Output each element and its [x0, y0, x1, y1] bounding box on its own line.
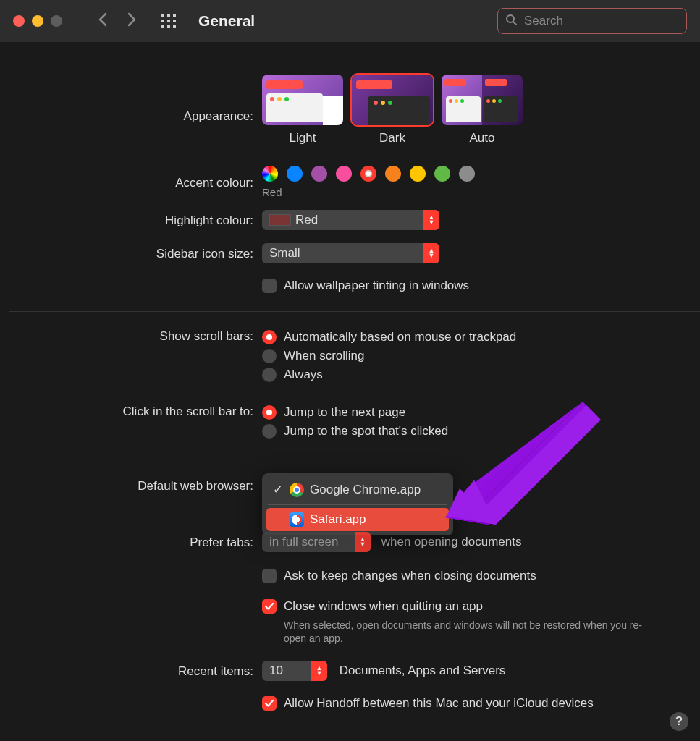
scroll-click-radio-0[interactable] — [262, 405, 277, 420]
browser-menu-item-label: Google Chrome.app — [310, 483, 421, 497]
minimize-button[interactable] — [32, 15, 43, 27]
search-icon — [505, 14, 517, 29]
svg-line-10 — [513, 22, 516, 25]
appearance-light-thumb[interactable] — [262, 75, 343, 125]
highlight-label: Highlight colour: — [0, 212, 262, 228]
scrollbars-label: Show scroll bars: — [0, 328, 262, 344]
search-input[interactable] — [523, 13, 679, 29]
divider — [9, 311, 700, 312]
browser-menu-item-chrome[interactable]: ✓Google Chrome.app — [266, 478, 449, 501]
wallpaper-tint-checkbox[interactable] — [262, 279, 277, 293]
handoff-checkbox[interactable] — [262, 696, 277, 711]
sidebar-icon-value: Small — [262, 246, 308, 261]
ask-keep-checkbox[interactable] — [262, 569, 277, 583]
handoff-label: Allow Handoff between this Mac and your … — [284, 696, 594, 711]
accent-swatch-pink[interactable] — [336, 166, 352, 182]
svg-rect-3 — [161, 20, 164, 22]
close-button[interactable] — [13, 15, 25, 27]
accent-swatch-red[interactable] — [360, 166, 376, 182]
scroll-click-radio-label: Jump to the spot that's clicked — [284, 424, 448, 439]
window-title: General — [198, 12, 255, 30]
accent-label: Accent colour: — [0, 174, 262, 190]
scrollbars-radio-label: Always — [284, 368, 323, 382]
scrollbars-radio-2[interactable] — [262, 368, 277, 382]
appearance-auto-thumb[interactable] — [442, 75, 523, 125]
accent-swatch-graphite[interactable] — [459, 166, 475, 182]
recent-items-value: 10 — [262, 664, 290, 678]
highlight-chip-icon — [269, 214, 291, 226]
scroll-click-label: Click in the scroll bar to: — [0, 403, 262, 419]
highlight-value: Red — [295, 213, 318, 227]
scroll-click-radio-1[interactable] — [262, 424, 277, 439]
prefer-tabs-value: in full screen — [262, 535, 345, 549]
back-button[interactable] — [98, 12, 107, 30]
checkmark-icon: ✓ — [272, 482, 284, 497]
recent-items-suffix: Documents, Apps and Servers — [340, 664, 506, 677]
svg-rect-2 — [173, 14, 176, 17]
scroll-click-radio-label: Jump to the next page — [284, 405, 405, 420]
accent-swatch-blue[interactable] — [287, 166, 303, 182]
default-browser-label: Default web browser: — [0, 473, 262, 494]
chevrons-icon: ▲▼ — [423, 243, 439, 263]
divider — [9, 457, 700, 457]
recent-items-select[interactable]: 10 ▲▼ — [262, 661, 327, 681]
safari-icon — [290, 512, 304, 527]
appearance-options: Light Dark Auto — [262, 75, 686, 145]
scrollbars-radio-label: Automatically based on mouse or trackpad — [284, 330, 516, 344]
appearance-label: Appearance: — [0, 75, 262, 124]
menu-separator — [268, 504, 447, 505]
show-all-button[interactable] — [161, 13, 177, 29]
appearance-light-label: Light — [290, 131, 316, 145]
appearance-dark-label: Dark — [379, 131, 405, 145]
nav-arrows — [98, 12, 136, 30]
svg-rect-1 — [167, 14, 170, 17]
close-windows-help: When selected, open documents and window… — [284, 619, 660, 645]
recent-label: Recent items: — [0, 663, 262, 679]
accent-swatches — [262, 166, 686, 182]
scrollbars-radio-0[interactable] — [262, 330, 277, 344]
help-button[interactable]: ? — [670, 712, 688, 731]
chevrons-icon: ▲▼ — [311, 661, 327, 681]
appearance-auto-label: Auto — [470, 131, 495, 145]
content: Appearance: Light Dark — [0, 43, 700, 716]
scrollbars-radio-label: When scrolling — [284, 349, 365, 363]
accent-swatch-yellow[interactable] — [410, 166, 426, 182]
svg-rect-7 — [167, 25, 170, 28]
accent-swatch-purple[interactable] — [311, 166, 327, 182]
close-windows-checkbox[interactable] — [262, 599, 277, 614]
close-windows-label: Close windows when quitting an app — [284, 599, 483, 614]
default-browser-menu[interactable]: ✓Google Chrome.appSafari.app — [262, 473, 453, 535]
svg-rect-5 — [173, 20, 176, 22]
prefer-tabs-select[interactable]: in full screen ▲▼ — [262, 532, 371, 552]
zoom-button[interactable] — [51, 15, 62, 27]
chrome-icon — [290, 483, 304, 497]
chevrons-icon: ▲▼ — [423, 210, 439, 230]
titlebar: General — [0, 0, 700, 43]
accent-swatch-multicolor[interactable] — [262, 166, 278, 182]
search-field-wrap[interactable] — [497, 8, 687, 34]
highlight-select[interactable]: Red ▲▼ — [262, 210, 439, 230]
ask-keep-label: Ask to keep changes when closing documen… — [284, 569, 536, 583]
accent-swatch-green[interactable] — [434, 166, 450, 182]
traffic-lights — [13, 15, 62, 27]
sidebar-icon-label: Sidebar icon size: — [0, 245, 262, 261]
appearance-dark-thumb[interactable] — [352, 75, 433, 125]
scrollbars-radio-1[interactable] — [262, 349, 277, 363]
svg-rect-8 — [173, 25, 176, 28]
chevrons-icon: ▲▼ — [355, 532, 371, 552]
forward-button[interactable] — [127, 12, 136, 30]
accent-swatch-orange[interactable] — [385, 166, 401, 182]
svg-rect-0 — [161, 14, 164, 17]
sidebar-icon-select[interactable]: Small ▲▼ — [262, 243, 439, 263]
browser-menu-item-safari[interactable]: Safari.app — [266, 508, 449, 531]
svg-rect-4 — [167, 20, 170, 22]
browser-menu-item-label: Safari.app — [310, 512, 366, 527]
svg-rect-6 — [161, 25, 164, 28]
accent-selected-name: Red — [262, 186, 686, 198]
wallpaper-tint-label: Allow wallpaper tinting in windows — [284, 279, 469, 293]
